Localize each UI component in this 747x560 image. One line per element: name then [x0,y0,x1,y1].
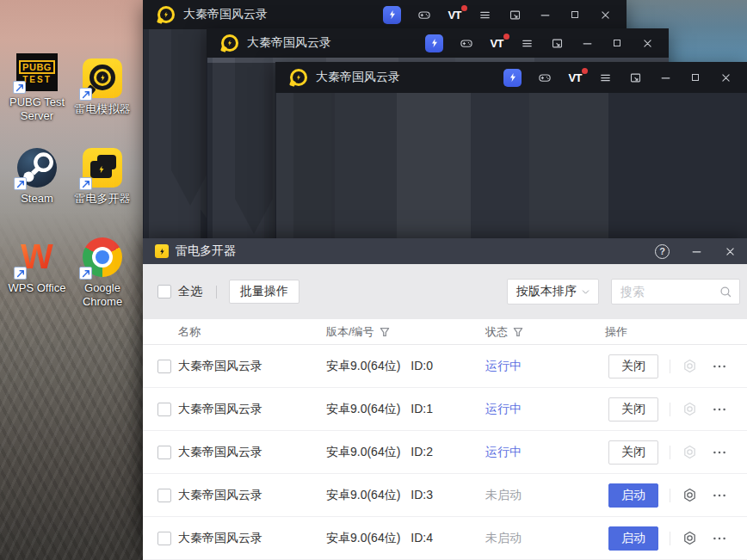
desktop-icon-label: Google Chrome [71,281,134,309]
chrome-icon [83,237,122,277]
desktop-icon-ldplayer[interactable]: 雷电模拟器 [71,58,134,116]
header-action: 操作 [605,324,627,340]
vt-button[interactable]: VT [568,71,582,84]
status-badge: 运行中 [485,402,605,417]
batch-operation-button[interactable]: 批量操作 [229,280,299,304]
more-options-icon[interactable] [712,488,727,503]
wps-icon: W [17,237,57,277]
row-checkbox[interactable] [157,446,171,459]
sort-dropdown-value: 按版本排序 [516,284,577,299]
search-icon [719,285,732,298]
desktop-icon-ld-multiplayer[interactable]: 雷电多开器 [71,148,134,206]
close-button[interactable] [598,8,612,22]
filter-funnel-icon[interactable] [513,327,523,337]
boost-icon[interactable] [503,69,522,87]
menu-icon[interactable] [520,36,534,50]
instance-name: 大秦帝国风云录 [178,531,326,546]
row-checkbox[interactable] [157,403,171,416]
ldplayer-icon [83,58,122,98]
more-options-icon[interactable] [712,402,727,417]
row-checkbox[interactable] [157,360,171,373]
shortcut-arrow-icon [14,177,27,190]
status-badge: 未启动 [485,531,605,546]
settings-gear-icon[interactable] [682,444,698,460]
emulator-titlebar: 大秦帝国风云录 VT [143,0,627,29]
more-options-icon[interactable] [712,531,727,546]
vt-button[interactable]: VT [448,9,461,22]
maximize-button[interactable] [610,36,624,50]
instance-name: 大秦帝国风云录 [178,402,326,417]
instance-version: 安卓9.0(64位) [326,359,400,374]
close-instance-button[interactable]: 关闭 [608,397,658,422]
ops-divider [670,446,670,459]
search-input[interactable] [620,285,719,298]
settings-gear-icon[interactable] [682,530,698,546]
settings-gear-icon[interactable] [682,401,698,417]
close-instance-button[interactable]: 关闭 [608,354,658,378]
steam-icon [17,148,57,188]
ops-divider [670,532,670,545]
boost-icon[interactable] [383,6,401,24]
close-button[interactable] [724,245,737,258]
desktop-icon-wps-office[interactable]: W WPS Office [5,237,69,295]
menu-icon[interactable] [478,8,491,22]
pubg-icon-test-text: TEST [22,75,52,84]
pubg-icon: PUBG TEST [16,53,58,91]
settings-gear-icon[interactable] [682,358,698,374]
multi-instance-manager-window: 雷电多开器 ? 全选 批量操作 按版本排序 名称 版本/编号 [143,238,747,560]
minimize-button[interactable] [690,245,703,258]
vt-button[interactable]: VT [490,37,503,50]
desktop-icon-label: 雷电模拟器 [71,102,134,116]
manager-titlebar: 雷电多开器 ? [143,238,747,264]
instance-id: ID:1 [411,402,433,417]
shortcut-arrow-icon [79,267,92,280]
notification-dot [582,68,588,74]
popout-icon[interactable] [628,71,642,84]
chevron-down-icon [580,286,591,298]
emulator-titlebar: 大秦帝国风云录 VT [207,28,669,58]
header-version: 版本/编号 [326,324,374,340]
desktop-icon-steam[interactable]: Steam [5,148,69,206]
start-instance-button[interactable]: 启动 [608,483,658,508]
filter-funnel-icon[interactable] [380,327,390,337]
popout-icon[interactable] [550,36,564,50]
instance-row: 大秦帝国风云录 安卓9.0(64位)ID:0 运行中 关闭 [143,345,747,388]
ldplayer-logo-icon [221,34,238,52]
minimize-button[interactable] [538,8,552,22]
minimize-button[interactable] [580,36,594,50]
menu-icon[interactable] [598,71,612,84]
gamepad-icon[interactable] [460,36,473,50]
close-button[interactable] [719,71,732,84]
status-badge: 未启动 [485,488,605,503]
popout-icon[interactable] [508,8,522,22]
maximize-button[interactable] [688,71,702,84]
header-status: 状态 [485,324,508,340]
instance-row: 大秦帝国风云录 安卓9.0(64位)ID:4 未启动 启动 [143,517,747,560]
maximize-button[interactable] [568,8,582,22]
close-instance-button[interactable]: 关闭 [608,440,658,465]
window-title: 大秦帝国风云录 [316,70,400,85]
status-badge: 运行中 [485,359,605,374]
boost-icon[interactable] [425,34,443,52]
desktop-icon-label: 雷电多开器 [71,192,134,206]
help-icon[interactable]: ? [655,244,670,259]
desktop-icon-google-chrome[interactable]: Google Chrome [71,237,134,309]
select-all-checkbox[interactable] [157,285,171,298]
more-options-icon[interactable] [712,359,727,374]
row-checkbox[interactable] [157,532,171,545]
minimize-button[interactable] [658,71,672,84]
gamepad-icon[interactable] [538,71,552,84]
toolbar-divider [216,286,217,298]
window-title: 大秦帝国风云录 [247,35,331,51]
sort-by-version-dropdown[interactable]: 按版本排序 [507,279,599,305]
start-instance-button[interactable]: 启动 [608,526,658,551]
instance-version: 安卓9.0(64位) [326,488,400,503]
gamepad-icon[interactable] [417,8,431,22]
close-button[interactable] [640,36,654,50]
more-options-icon[interactable] [712,445,727,460]
shortcut-arrow-icon [14,267,27,280]
desktop-icon-pubg-test-server[interactable]: PUBG TEST PUBG Test Server [5,53,69,123]
row-checkbox[interactable] [157,489,171,502]
emulator-titlebar: 大秦帝国风云录 VT [275,62,747,93]
settings-gear-icon[interactable] [682,487,698,503]
